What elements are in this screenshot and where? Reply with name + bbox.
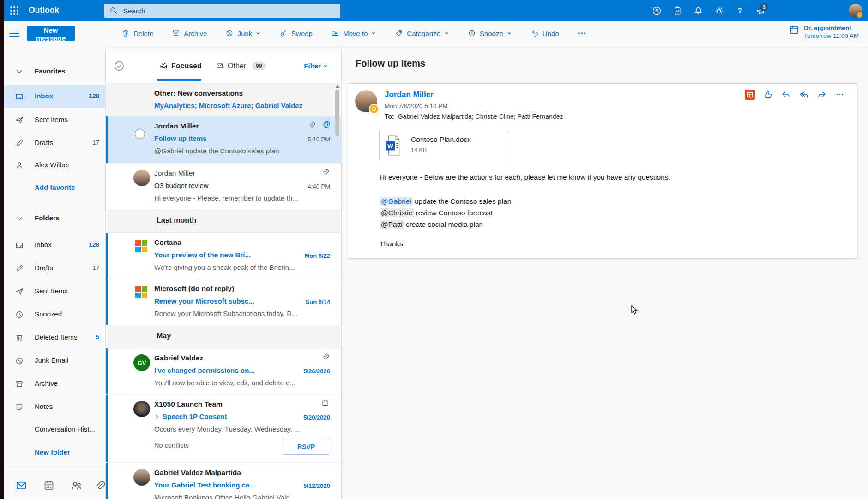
agenda-peek[interactable]: Dr. appointment Tomorrow 11:00 AM xyxy=(789,24,859,40)
mention-chip[interactable]: @Gabriel xyxy=(380,197,413,206)
help-icon[interactable]: ? xyxy=(735,6,745,16)
junk-button[interactable]: Junk xyxy=(225,29,261,37)
list-item-microsoft-renew[interactable]: Microsoft (do not reply) Renew your Micr… xyxy=(106,279,342,325)
teaser-senders: MyAnalytics; Microsoft Azure; Gabriel Va… xyxy=(154,102,302,110)
pencil-icon xyxy=(15,264,24,273)
tab-focused[interactable]: Focused xyxy=(159,61,202,70)
inbox-icon xyxy=(15,241,24,250)
list-item-booking[interactable]: Gabriel Valdez Malpartida Your Gabriel T… xyxy=(106,463,342,499)
folders-section-header[interactable]: Folders xyxy=(4,207,105,230)
move-to-button[interactable]: Move to xyxy=(331,29,376,37)
mention-chip[interactable]: @Patti xyxy=(380,220,404,229)
new-message-button[interactable]: New message xyxy=(27,26,75,41)
calendar-icon[interactable] xyxy=(43,480,55,492)
favorites-section-header[interactable]: Favorites xyxy=(4,61,105,83)
snooze-button[interactable]: Snooze xyxy=(468,29,512,37)
body-mentions: @Gabriel update the Contoso sales plan @… xyxy=(380,195,511,230)
list-item-permissions[interactable]: GV Gabriel Valdez I've changed permissio… xyxy=(106,348,342,395)
sweep-button[interactable]: Sweep xyxy=(279,29,313,37)
list-scrollbar[interactable] xyxy=(335,86,340,497)
search-bar[interactable] xyxy=(104,4,340,18)
list-item-q3-budget-review[interactable]: Jordan Miller Q3 budget review 4:40 PM H… xyxy=(106,164,342,210)
bell-icon[interactable] xyxy=(693,6,703,16)
sidebar-item-deleted-items[interactable]: Deleted Items 5 xyxy=(4,327,105,349)
status-clock-badge xyxy=(369,104,379,114)
sender-name[interactable]: Jordan Miller xyxy=(385,90,434,99)
agenda-title: Dr. appointment xyxy=(804,24,859,32)
attachment-card[interactable]: W Contoso Plan.docx 14 KB xyxy=(379,130,507,161)
select-all-icon[interactable] xyxy=(113,60,125,72)
sidebar-item-alex-wilber[interactable]: Alex Wilber xyxy=(4,154,105,176)
paperclip-icon xyxy=(307,121,315,129)
sidebar-item-conversation-history[interactable]: Conversation Hist... xyxy=(4,419,105,441)
focused-inbox-icon xyxy=(159,61,168,70)
account-avatar[interactable] xyxy=(849,4,862,18)
new-folder-link[interactable]: New folder xyxy=(4,442,105,464)
forward-icon[interactable] xyxy=(817,90,827,100)
sidebar-item-inbox-favorite[interactable]: Inbox 128 xyxy=(4,85,105,108)
unread-count: 128 xyxy=(89,92,99,99)
message-datetime: Mon 7/6/2020 5:10 PM xyxy=(385,103,448,110)
add-favorite-link[interactable]: Add favorite xyxy=(4,177,105,199)
search-input[interactable] xyxy=(122,6,318,15)
mouse-cursor xyxy=(631,305,638,315)
sidebar-item-sent-favorite[interactable]: Sent Items xyxy=(4,109,105,131)
reply-icon[interactable] xyxy=(781,90,791,100)
todo-icon[interactable] xyxy=(673,6,682,16)
folder-move-icon xyxy=(331,29,339,37)
like-icon[interactable] xyxy=(763,90,773,100)
list-item-follow-up-items[interactable]: Jordan Miller @ Follow up items 5:10 PM … xyxy=(106,116,342,164)
sidebar-item-snoozed[interactable]: Snoozed xyxy=(4,304,105,326)
paperclip-icon[interactable] xyxy=(94,480,106,492)
more-commands-button[interactable]: ⋯ xyxy=(578,28,586,39)
skype-icon[interactable]: S xyxy=(652,6,662,16)
avatar xyxy=(133,401,150,417)
undo-button[interactable]: Undo xyxy=(530,29,559,37)
avatar xyxy=(133,469,150,486)
reply-all-icon[interactable] xyxy=(799,90,809,100)
more-icon[interactable] xyxy=(835,90,845,100)
sidebar-item-archive[interactable]: Archive xyxy=(4,373,105,395)
svg-text:?: ? xyxy=(738,6,742,14)
sidebar-item-notes[interactable]: Notes xyxy=(4,396,105,418)
insights-icon[interactable] xyxy=(745,90,755,100)
sidebar-item-sent-items[interactable]: Sent Items xyxy=(4,280,105,303)
recipients-line: To: Gabriel Valdez Malpartida; Christie … xyxy=(385,113,563,120)
conversation-title: Follow up items xyxy=(356,58,425,69)
person-icon xyxy=(15,161,24,170)
sidebar-item-junk-email[interactable]: Junk Email xyxy=(4,350,105,372)
undo-icon xyxy=(530,29,539,37)
delete-button[interactable]: Delete xyxy=(121,29,153,37)
app-launcher-icon[interactable] xyxy=(9,6,19,16)
attachment-name: Contoso Plan.docx xyxy=(411,135,471,144)
sidebar-item-drafts-favorite[interactable]: Drafts 17 xyxy=(4,132,105,154)
clock-icon xyxy=(15,310,24,319)
people-icon[interactable] xyxy=(71,480,83,492)
hamburger-menu-icon[interactable] xyxy=(9,30,19,37)
tab-other[interactable]: Other xyxy=(216,61,246,70)
app-title: Outlook xyxy=(29,6,59,15)
scrollbar-thumb[interactable] xyxy=(335,90,339,136)
expand-chevron-icon[interactable] xyxy=(154,414,160,420)
archive-button[interactable]: Archive xyxy=(172,29,207,37)
select-message-radio[interactable] xyxy=(135,129,145,139)
active-tab-underline xyxy=(157,79,201,81)
gear-icon[interactable] xyxy=(714,6,724,16)
block-icon xyxy=(225,29,234,37)
list-item-cortana[interactable]: Cortana Your preview of the new Bri... M… xyxy=(106,233,342,279)
sidebar-item-inbox[interactable]: Inbox 128 xyxy=(4,234,105,256)
rsvp-button[interactable]: RSVP xyxy=(283,439,329,455)
recipients: Gabriel Valdez Malpartida; Christie Clin… xyxy=(398,113,563,120)
svg-text:W: W xyxy=(387,143,393,150)
mention-chip[interactable]: @Christie xyxy=(380,208,414,217)
calendar-icon xyxy=(321,399,329,407)
whats-new-button[interactable]: 3 xyxy=(756,6,766,16)
mail-icon[interactable] xyxy=(15,480,27,492)
categorize-button[interactable]: Categorize xyxy=(395,29,449,37)
filter-button[interactable]: Filter xyxy=(304,62,328,70)
message-card: Jordan Miller Mon 7/6/2020 5:10 PM To: G… xyxy=(348,83,857,259)
sidebar-item-drafts[interactable]: Drafts 17 xyxy=(4,257,105,280)
other-teaser-row[interactable]: Other: New conversations MyAnalytics; Mi… xyxy=(106,83,342,116)
sidebar-divider xyxy=(4,473,105,473)
list-item-speech-consent[interactable]: X1050 Launch Team Speech 1P Consent 5/20… xyxy=(106,395,342,463)
